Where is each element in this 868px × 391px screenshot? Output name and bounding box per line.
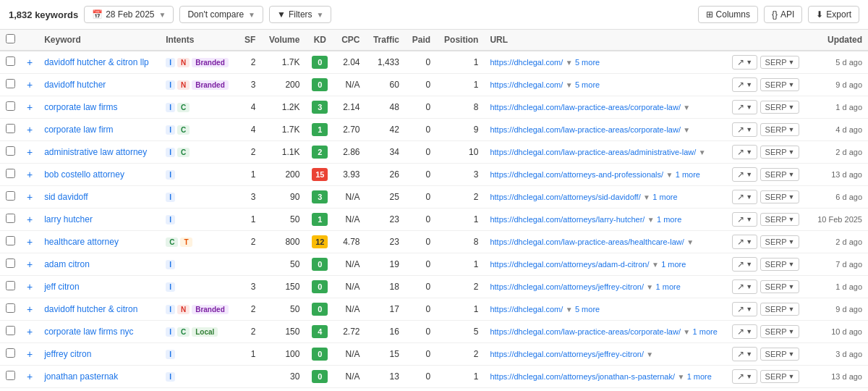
col-updated[interactable]: Updated (809, 30, 868, 51)
add-icon[interactable]: + (27, 101, 33, 113)
sparkline-button[interactable]: ↗ ▼ (732, 279, 757, 294)
row-checkbox[interactable] (6, 169, 15, 178)
add-icon[interactable]: + (27, 236, 33, 248)
keyword-link[interactable]: administrative law attorney (44, 147, 147, 157)
add-icon[interactable]: + (27, 303, 33, 315)
add-icon[interactable]: + (27, 124, 33, 135)
more-link[interactable]: 1 more (656, 282, 681, 291)
serp-button[interactable]: SERP ▼ (760, 213, 800, 226)
sparkline-button[interactable]: ↗ ▼ (732, 190, 757, 204)
url-link[interactable]: https://dhclegal.com/attorneys-and-profe… (490, 170, 663, 179)
row-checkbox[interactable] (6, 303, 15, 313)
col-traffic[interactable]: Traffic (365, 30, 404, 51)
add-icon[interactable]: + (27, 191, 33, 203)
serp-button[interactable]: SERP ▼ (760, 146, 800, 159)
keyword-link[interactable]: jonathan pasternak (44, 371, 118, 382)
url-link[interactable]: https://dhclegal.com/law-practice-areas/… (490, 125, 681, 134)
row-checkbox[interactable] (6, 56, 15, 66)
add-cell[interactable]: + (21, 164, 38, 186)
serp-button[interactable]: SERP ▼ (760, 303, 800, 316)
more-link[interactable]: 5 more (575, 305, 600, 314)
more-link[interactable]: 5 more (575, 58, 600, 67)
row-checkbox[interactable] (6, 124, 15, 133)
row-checkbox[interactable] (6, 214, 15, 223)
add-cell[interactable]: + (21, 366, 38, 388)
add-icon[interactable]: + (27, 214, 33, 225)
columns-button[interactable]: ⊞ Columns (698, 6, 758, 23)
serp-button[interactable]: SERP ▼ (760, 101, 800, 114)
sparkline-button[interactable]: ↗ ▼ (732, 145, 757, 159)
add-icon[interactable]: + (27, 56, 33, 68)
sparkline-button[interactable]: ↗ ▼ (732, 302, 757, 316)
sparkline-button[interactable]: ↗ ▼ (732, 235, 757, 249)
more-link[interactable]: 1 more (652, 193, 677, 201)
url-link[interactable]: https://dhclegal.com/law-practice-areas/… (490, 103, 681, 112)
sparkline-button[interactable]: ↗ ▼ (732, 122, 757, 137)
keyword-link[interactable]: davidoff hutcher & citron (44, 304, 137, 314)
select-all-checkbox[interactable] (6, 34, 15, 43)
url-link[interactable]: https://dhclegal.com/law-practice-areas/… (490, 148, 696, 156)
serp-button[interactable]: SERP ▼ (760, 168, 800, 181)
sparkline-button[interactable]: ↗ ▼ (732, 347, 757, 361)
url-link[interactable]: https://dhclegal.com/ (490, 80, 563, 89)
add-cell[interactable]: + (21, 96, 38, 119)
row-checkbox[interactable] (6, 326, 15, 335)
keyword-link[interactable]: bob costello attorney (44, 169, 124, 180)
more-link[interactable]: 1 more (693, 327, 718, 336)
sparkline-button[interactable]: ↗ ▼ (732, 324, 757, 339)
col-sf[interactable]: SF (238, 30, 262, 51)
date-button[interactable]: 📅 28 Feb 2025 ▼ (84, 6, 174, 23)
add-icon[interactable]: + (27, 348, 33, 360)
more-link[interactable]: 1 more (661, 260, 686, 269)
add-cell[interactable]: + (21, 276, 38, 298)
url-link[interactable]: https://dhclegal.com/attorneys/jonathan-… (490, 372, 675, 381)
url-link[interactable]: https://dhclegal.com/attorneys/adam-d-ci… (490, 260, 649, 269)
add-cell[interactable]: + (21, 209, 38, 231)
more-link[interactable]: 5 more (575, 80, 600, 89)
add-cell[interactable]: + (21, 343, 38, 366)
serp-button[interactable]: SERP ▼ (760, 123, 800, 136)
add-icon[interactable]: + (27, 371, 33, 382)
serp-button[interactable]: SERP ▼ (760, 370, 800, 383)
row-checkbox[interactable] (6, 348, 15, 358)
add-icon[interactable]: + (27, 281, 33, 293)
add-cell[interactable]: + (21, 321, 38, 343)
keyword-link[interactable]: davidoff hutcher (44, 80, 106, 90)
url-link[interactable]: https://dhclegal.com/attorneys/sid-david… (490, 193, 640, 201)
col-volume[interactable]: Volume (261, 30, 305, 51)
serp-button[interactable]: SERP ▼ (760, 325, 800, 338)
serp-button[interactable]: SERP ▼ (760, 258, 800, 271)
url-link[interactable]: https://dhclegal.com/ (490, 305, 563, 314)
more-link[interactable]: 1 more (676, 170, 700, 179)
col-position[interactable]: Position (436, 30, 484, 51)
serp-button[interactable]: SERP ▼ (760, 78, 800, 91)
sparkline-button[interactable]: ↗ ▼ (732, 77, 757, 92)
sparkline-button[interactable]: ↗ ▼ (732, 55, 757, 70)
keyword-link[interactable]: corporate law firm (44, 125, 113, 135)
keyword-link[interactable]: jeffrey citron (44, 349, 91, 359)
serp-button[interactable]: SERP ▼ (760, 348, 800, 361)
keyword-link[interactable]: larry hutcher (44, 214, 93, 224)
serp-button[interactable]: SERP ▼ (760, 190, 800, 203)
add-cell[interactable]: + (21, 186, 38, 209)
url-link[interactable]: https://dhclegal.com/attorneys/larry-hut… (490, 215, 644, 224)
row-checkbox[interactable] (6, 146, 15, 156)
keyword-link[interactable]: healthcare attorney (44, 237, 119, 247)
row-checkbox[interactable] (6, 79, 15, 88)
row-checkbox[interactable] (6, 191, 15, 201)
add-icon[interactable]: + (27, 79, 33, 91)
serp-button[interactable]: SERP ▼ (760, 56, 800, 69)
row-checkbox[interactable] (6, 258, 15, 268)
more-link[interactable]: 1 more (657, 215, 681, 224)
keyword-link[interactable]: corporate law firms (44, 102, 117, 112)
sparkline-button[interactable]: ↗ ▼ (732, 100, 757, 114)
add-cell[interactable]: + (21, 253, 38, 276)
keyword-link[interactable]: davidoff hutcher & citron llp (44, 57, 149, 67)
row-checkbox[interactable] (6, 101, 15, 111)
keyword-link[interactable]: corporate law firms nyc (44, 327, 133, 337)
add-icon[interactable]: + (27, 258, 33, 270)
url-link[interactable]: https://dhclegal.com/law-practice-areas/… (490, 327, 681, 336)
api-button[interactable]: {} API (764, 6, 802, 23)
serp-button[interactable]: SERP ▼ (760, 235, 800, 248)
col-kd[interactable]: KD (305, 30, 334, 51)
